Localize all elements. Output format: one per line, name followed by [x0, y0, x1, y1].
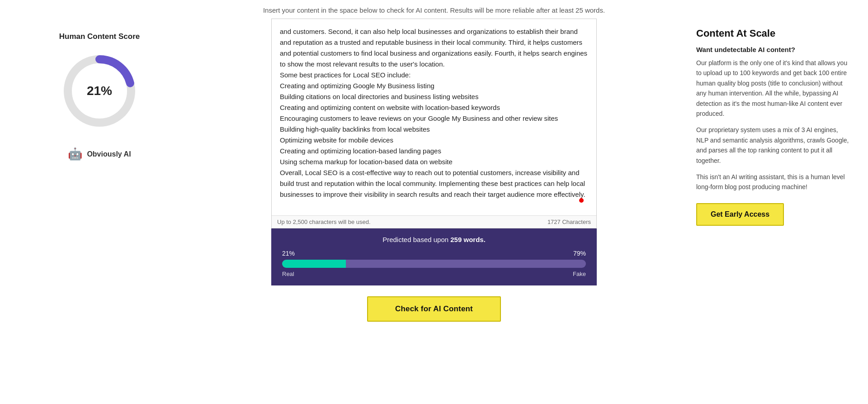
obviously-ai-label: Obviously AI	[87, 150, 131, 158]
real-label: Real	[282, 271, 294, 277]
content-input[interactable]: and customers. Second, it can also help …	[272, 19, 596, 214]
donut-chart: 21%	[59, 50, 140, 132]
right-para-3: This isn't an AI writing assistant, this…	[696, 172, 850, 192]
char-count: 1727 Characters	[547, 219, 591, 225]
top-instruction: Insert your content in the space below t…	[0, 0, 868, 19]
check-ai-content-button[interactable]: Check for AI Content	[367, 296, 501, 322]
fake-label: Fake	[573, 271, 586, 277]
red-dot-indicator	[579, 198, 584, 203]
ai-label-row: 🤖 Obviously AI	[68, 147, 131, 161]
score-percentage: 21%	[87, 84, 112, 98]
want-title: Want undetectable AI content?	[696, 46, 850, 53]
right-para-1: Our platform is the only one of it's kin…	[696, 58, 850, 119]
center-panel: and customers. Second, it can also help …	[190, 19, 678, 322]
textarea-footer: Up to 2,500 characters will be used. 172…	[272, 215, 596, 228]
word-count-strong: 259 words.	[450, 236, 486, 243]
textarea-wrapper: and customers. Second, it can also help …	[271, 19, 597, 228]
check-btn-row: Check for AI Content	[271, 296, 597, 322]
real-fake-row: Real Fake	[282, 271, 586, 277]
predicted-text: Predicted based upon 259 words.	[282, 236, 586, 243]
brand-title: Content At Scale	[696, 28, 850, 39]
result-bar-fill	[282, 260, 346, 268]
result-bar-track	[282, 260, 586, 268]
bar-label-row: 21% 79%	[282, 250, 586, 257]
char-hint: Up to 2,500 characters will be used.	[277, 219, 371, 225]
right-panel: Content At Scale Want undetectable AI co…	[678, 19, 850, 226]
human-score-title: Human Content Score	[59, 32, 140, 41]
fake-percent-label: 79%	[573, 250, 586, 257]
left-panel: Human Content Score 21% 🤖 Obviously AI	[18, 19, 190, 161]
robot-icon: 🤖	[68, 147, 82, 161]
result-bar: Predicted based upon 259 words. 21% 79% …	[271, 228, 597, 285]
main-layout: Human Content Score 21% 🤖 Obviously AI a…	[0, 19, 868, 322]
right-para-2: Our proprietary system uses a mix of 3 A…	[696, 125, 850, 166]
get-early-access-button[interactable]: Get Early Access	[696, 203, 784, 226]
real-percent-label: 21%	[282, 250, 295, 257]
